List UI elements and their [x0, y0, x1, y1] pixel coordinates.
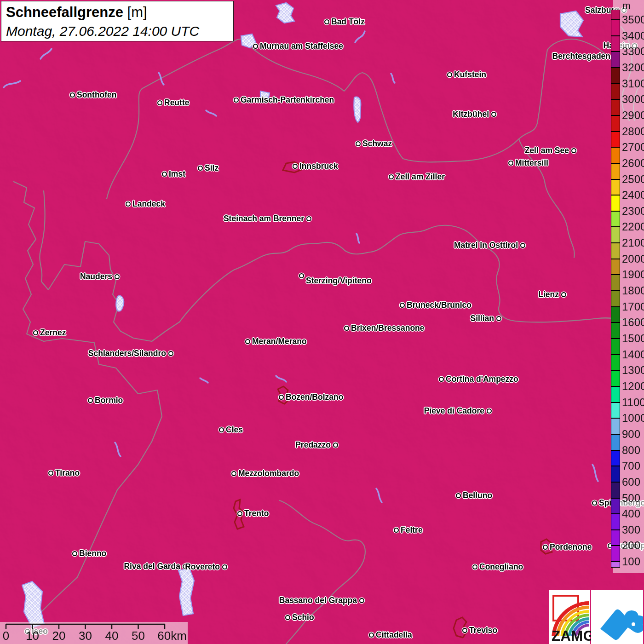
city-label: Mittersill — [515, 158, 548, 168]
city-dot — [472, 564, 477, 569]
city-label: Kitzbühel — [453, 109, 489, 119]
city-dot — [462, 628, 467, 633]
legend-unit-label: m — [622, 0, 631, 11]
city-dot — [394, 528, 399, 533]
city-dot — [369, 632, 374, 638]
city-label: Kufstein — [454, 69, 486, 80]
colorbar-value-label: 1200 — [622, 380, 644, 392]
city-dot — [157, 100, 162, 105]
title-parameter: Schneefallgrenze — [6, 4, 123, 20]
city-dot — [359, 598, 364, 603]
colorbar-value-label: 2400 — [622, 189, 644, 201]
city-label: Bassano del Grappa — [279, 595, 357, 605]
city-label: Sillian — [470, 313, 494, 323]
partner-logo — [591, 590, 643, 644]
colorbar-value-label: 3100 — [622, 78, 644, 90]
city-label: Treviso — [469, 625, 497, 635]
city-dot — [561, 292, 566, 297]
city-dot — [293, 164, 298, 169]
map-title: Schneefallgrenze [m] — [6, 3, 229, 22]
colorbar-value-label: 3300 — [622, 46, 644, 58]
city-dot — [400, 303, 405, 308]
city-label: Sonthofen — [77, 90, 117, 100]
city-label: Bad Tölz — [331, 17, 365, 27]
colorbar-value-label: 1100 — [622, 397, 644, 408]
colorbar-value-label: 600 — [622, 476, 640, 488]
city-label: Bienno — [79, 548, 106, 558]
colorbar-value-label: 1900 — [622, 269, 644, 281]
city-label: Sterzing/Vipiteno — [306, 276, 372, 286]
city-label: Trento — [244, 508, 269, 518]
colorbar-value-label: 500 — [622, 492, 640, 504]
city-label: Cortina d'Ampezzo — [446, 374, 518, 384]
colorbar-value-label: 2600 — [622, 157, 644, 169]
city-label: Schio — [292, 612, 314, 622]
city-dot — [285, 615, 290, 620]
city-label: Murnau am Staffelsee — [260, 41, 343, 51]
city-dot — [88, 398, 93, 403]
colorbar-value-label: 700 — [622, 460, 640, 472]
city-dot — [344, 326, 349, 331]
scalebar-distance-label: 60km — [157, 629, 187, 643]
city-label: Landeck — [132, 199, 165, 209]
colorbar-value-label: 200 — [622, 540, 640, 552]
city-label: Schlanders/Silandro — [88, 348, 166, 358]
colorbar-value-label: 2000 — [622, 253, 644, 265]
city-label: Tirano — [55, 468, 80, 478]
city-label: Imst — [169, 169, 185, 179]
city-label: Pieve di Cadore — [424, 406, 484, 416]
city-label: Mezzolombardo — [238, 468, 299, 478]
city-label: Lienz — [538, 289, 559, 299]
city-label: Riva del Garda — [124, 561, 180, 571]
city-label: Bruneck/Brunico — [407, 300, 472, 310]
city-dot — [543, 545, 548, 550]
colorbar-value-label: 3500 — [622, 14, 644, 26]
city-label: Zell am See — [525, 145, 569, 155]
city-label: Reutte — [164, 98, 189, 108]
zamg-logo: ZAMG — [549, 590, 590, 644]
city-dot — [520, 243, 525, 248]
map-datetime: Montag, 27.06.2022 14:00 UTC — [6, 22, 229, 40]
city-dot — [33, 330, 38, 335]
city-dot — [306, 216, 311, 221]
city-label: Berchtesgaden — [552, 51, 610, 61]
colorbar-value-label: 300 — [622, 524, 640, 536]
colorbar-value-label: 2200 — [622, 221, 644, 233]
city-label: Cittadella — [376, 630, 412, 640]
city-dot — [487, 408, 492, 414]
city-dot — [70, 92, 75, 98]
city-dot — [279, 395, 284, 400]
city-label: Nauders — [80, 271, 112, 282]
city-dot — [162, 172, 167, 177]
city-dot — [571, 148, 576, 153]
city-dot — [48, 471, 53, 476]
city-dot — [231, 471, 236, 476]
city-dot — [237, 511, 242, 516]
colorbar-value-label: 800 — [622, 444, 640, 456]
colorbar-value-label: 3400 — [622, 30, 644, 42]
city-dot — [447, 72, 452, 77]
city-label: Pordenone — [550, 542, 592, 552]
colorbar-value-label: 2800 — [622, 126, 644, 138]
city-dot — [253, 44, 258, 49]
city-label: Bozen/Bolzano — [286, 392, 343, 402]
city-label: Brixen/Bressanone — [351, 323, 425, 333]
city-label: Feltre — [401, 525, 423, 535]
colorbar-frame — [611, 10, 620, 568]
city-dot — [168, 351, 173, 356]
city-dot — [72, 551, 77, 556]
city-label: Predazzo — [295, 440, 331, 450]
city-label: Silz — [205, 163, 218, 173]
scalebar-distance-label: 20 — [52, 629, 66, 643]
colorbar-value-label: 1500 — [622, 333, 644, 345]
city-label: Bormio — [95, 395, 123, 405]
colorbar-value-label: 1700 — [622, 301, 644, 313]
colorbar-value-label: 1400 — [622, 349, 644, 361]
colorbar-value-label: 3000 — [622, 93, 644, 105]
city-dot — [496, 316, 501, 321]
colorbar-value-label: 2900 — [622, 109, 644, 121]
city-dot — [222, 564, 227, 569]
city-dot — [491, 112, 496, 117]
city-dot — [439, 377, 444, 382]
city-dot — [389, 174, 394, 179]
